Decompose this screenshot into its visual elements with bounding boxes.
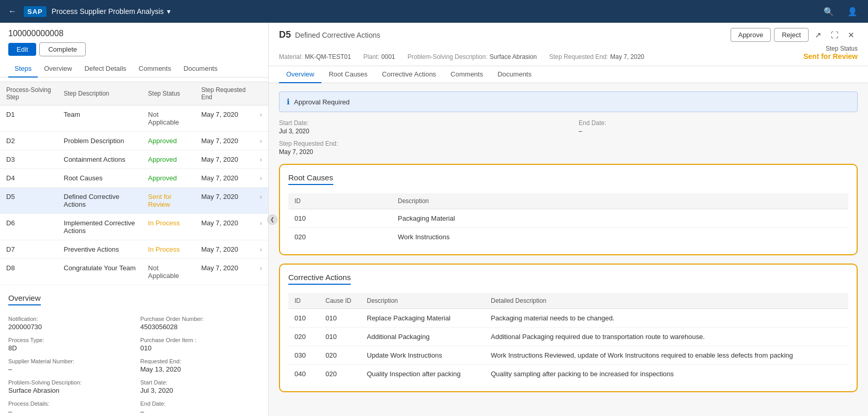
search-icon-button[interactable]: 🔍 <box>819 5 838 19</box>
step-id-cell: D6 <box>0 214 57 240</box>
app-title: Process Supplier Problem Analysis ▾ <box>52 7 171 16</box>
right-header: D5 Defined Corrective Actions Approve Re… <box>269 23 868 66</box>
step-id-cell: D4 <box>0 169 57 188</box>
ca-cause-cell: 020 <box>319 365 361 383</box>
fullscreen-button[interactable]: ⛶ <box>828 28 842 41</box>
material-label: Material: <box>279 53 303 60</box>
right-tab-documents[interactable]: Documents <box>490 66 539 83</box>
top-navbar: ← SAP Process Supplier Problem Analysis … <box>0 0 868 23</box>
tab-comments[interactable]: Comments <box>132 60 177 78</box>
right-content: ℹ Approval Required Start Date: Jul 3, 2… <box>269 83 868 416</box>
step-end-cell: May 7, 2020 <box>195 188 253 214</box>
tab-steps[interactable]: Steps <box>8 60 38 78</box>
corrective-actions-section: Corrective Actions ID Cause ID Descripti… <box>279 264 858 392</box>
ca-detail-cell: Packaging material needs to be changed. <box>485 309 848 328</box>
back-button[interactable]: ← <box>6 5 19 18</box>
overview-field-value: – <box>8 365 128 373</box>
approve-button[interactable]: Approve <box>731 28 771 42</box>
complete-button[interactable]: Complete <box>39 42 86 56</box>
tab-defect-details[interactable]: Defect Details <box>78 60 132 78</box>
right-tab-corrective-actions[interactable]: Corrective Actions <box>375 66 443 83</box>
reject-button[interactable]: Reject <box>774 28 809 42</box>
step-status-cell: Not Applicable <box>142 105 195 132</box>
table-row[interactable]: D7 Preventive Actions In Process May 7, … <box>0 240 268 259</box>
corrective-actions-table: ID Cause ID Description Detailed Descrip… <box>288 293 848 383</box>
overview-field-label: Start Date: <box>141 379 260 386</box>
table-row: 010 Packaging Material <box>288 209 848 228</box>
overview-section-title: Overview <box>8 294 41 305</box>
overview-section: Overview Notification: 200000730 Purchas… <box>0 285 268 416</box>
ca-id-cell: 020 <box>288 328 319 346</box>
ca-detail-cell: Quality sampling after packing to be inc… <box>485 365 848 383</box>
req-end-label: Step Requested End: <box>549 53 608 60</box>
meta-material: Material: MK-QM-TEST01 <box>279 53 351 60</box>
col-header-step: Process-Solving Step <box>0 82 57 105</box>
table-row: 020 Work Instructions <box>288 228 848 246</box>
rc-desc-cell: Packaging Material <box>392 209 848 228</box>
ca-detail-cell: Additional Packaging required due to tra… <box>485 328 848 346</box>
app-title-text: Process Supplier Problem Analysis <box>52 7 164 16</box>
step-id-cell: D8 <box>0 259 57 285</box>
right-tab-overview[interactable]: Overview <box>279 66 321 83</box>
title-dropdown-arrow: ▾ <box>167 7 171 16</box>
table-row[interactable]: D3 Containment Actions Approved May 7, 2… <box>0 150 268 169</box>
problem-value: Surface Abrasion <box>489 53 536 60</box>
table-row[interactable]: D2 Problem Description Approved May 7, 2… <box>0 132 268 150</box>
step-desc-cell: Containment Actions <box>57 150 142 169</box>
step-req-end-label: Step Requested End: <box>279 140 558 147</box>
tab-documents[interactable]: Documents <box>177 60 224 78</box>
corrective-actions-heading: Corrective Actions <box>288 273 351 285</box>
table-row[interactable]: D5 Defined Corrective Actions Sent for R… <box>0 188 268 214</box>
table-row: 040 020 Quality Inspection after packing… <box>288 365 848 383</box>
table-row: 020 010 Additional Packaging Additional … <box>288 328 848 346</box>
rc-desc-cell: Work Instructions <box>392 228 848 246</box>
ca-col-detail: Detailed Description <box>485 293 848 309</box>
sap-logo: SAP <box>24 6 47 17</box>
right-tab-root-causes[interactable]: Root Causes <box>321 66 375 83</box>
plant-label: Plant: <box>363 53 379 60</box>
meta-req-end: Step Requested End: May 7, 2020 <box>549 53 644 60</box>
rc-col-description: Description <box>392 193 848 209</box>
right-step-id: D5 <box>279 29 291 40</box>
table-row[interactable]: D6 Implemented Corrective Actions In Pro… <box>0 214 268 240</box>
edit-button[interactable]: Edit <box>8 43 36 56</box>
left-header: 100000000008 Edit Complete Steps Overvie… <box>0 23 268 82</box>
table-row[interactable]: D8 Congratulate Your Team Not Applicable… <box>0 259 268 285</box>
meta-problem: Problem-Solving Description: Surface Abr… <box>408 53 537 60</box>
overview-field-value: 4503056028 <box>141 323 260 331</box>
step-req-end-value: May 7, 2020 <box>279 148 558 156</box>
step-status-value: Sent for Review <box>803 52 858 60</box>
step-end-cell: May 7, 2020 <box>195 259 253 285</box>
overview-field-value: 010 <box>141 344 260 352</box>
step-id-cell: D5 <box>0 188 57 214</box>
overview-field: Purchase Order Item : 010 <box>141 337 260 352</box>
ca-id-cell: 010 <box>288 309 319 328</box>
start-date-value: Jul 3, 2020 <box>279 128 558 135</box>
tab-overview[interactable]: Overview <box>38 60 78 78</box>
ca-cause-cell: 010 <box>319 309 361 328</box>
header-actions: Edit Complete <box>8 42 260 56</box>
right-meta: Material: MK-QM-TEST01 Plant: 0001 Probl… <box>279 53 644 60</box>
right-tab-comments[interactable]: Comments <box>443 66 490 83</box>
user-icon-button[interactable]: 👤 <box>843 5 862 19</box>
table-row[interactable]: D4 Root Causes Approved May 7, 2020 › <box>0 169 268 188</box>
overview-field: Process Details: – <box>8 400 128 415</box>
ca-col-cause-id: Cause ID <box>319 293 361 309</box>
step-id-cell: D3 <box>0 150 57 169</box>
overview-field-label: Notification: <box>8 316 128 322</box>
step-arrow-cell: › <box>254 214 268 240</box>
step-req-end-field: Step Requested End: May 7, 2020 <box>279 140 558 156</box>
overview-field: Notification: 200000730 <box>8 316 128 331</box>
step-desc-cell: Root Causes <box>57 169 142 188</box>
share-button[interactable]: ↗ <box>812 28 825 42</box>
root-causes-heading: Root Causes <box>288 173 333 185</box>
overview-field-value: Jul 3, 2020 <box>141 387 260 394</box>
step-status-cell: In Process <box>142 240 195 259</box>
overview-field-label: Process Details: <box>8 400 128 407</box>
table-row[interactable]: D1 Team Not Applicable May 7, 2020 › <box>0 105 268 132</box>
root-causes-table: ID Description 010 Packaging Material 02… <box>288 193 848 246</box>
panel-toggle[interactable]: ❮ <box>267 214 277 225</box>
step-status-group: Step Status Sent for Review <box>803 45 858 60</box>
close-button[interactable]: ✕ <box>845 28 858 42</box>
step-status-cell: In Process <box>142 214 195 240</box>
